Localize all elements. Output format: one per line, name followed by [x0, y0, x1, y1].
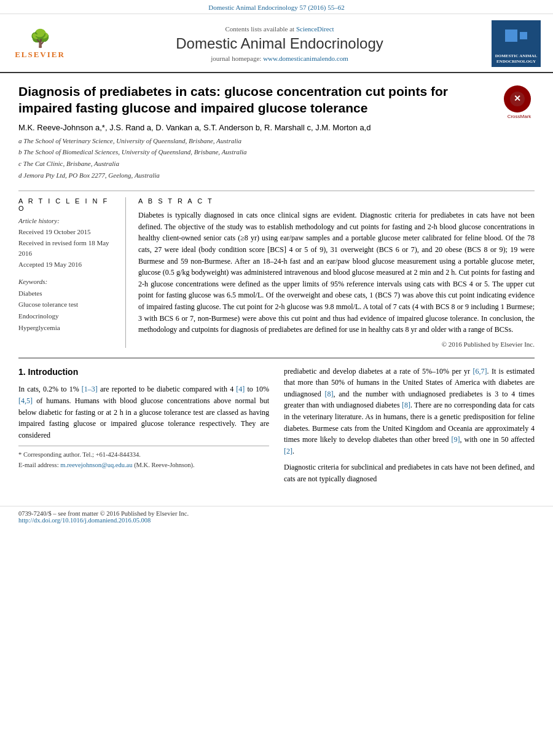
article-body: Diagnosis of prediabetes in cats: glucos… [0, 73, 553, 499]
article-info-header: A R T I C L E I N F O [18, 197, 117, 212]
ref-8b[interactable]: [8] [402, 401, 410, 409]
authors-line: M.K. Reeve-Johnson a,*, J.S. Rand a, D. … [18, 123, 492, 132]
email-label: E-mail address: [18, 462, 59, 468]
intro-paragraph-1: In cats, 0.2% to 1% [1–3] are reported t… [18, 384, 269, 441]
journal-citation: Domestic Animal Endocrinology 57 (2016) … [208, 4, 345, 11]
ref-4[interactable]: [4] [236, 385, 245, 393]
top-bar: Domestic Animal Endocrinology 57 (2016) … [0, 0, 553, 14]
ref-8a[interactable]: [8] [324, 390, 333, 398]
ref-1-3[interactable]: [1–3] [82, 385, 98, 393]
accepted-date: Accepted 19 May 2016 [18, 259, 117, 270]
homepage-label: journal homepage: [211, 55, 261, 62]
section-number: 1. [18, 367, 26, 377]
keywords-section: Keywords: Diabetes Glucose tolerance tes… [18, 278, 117, 334]
issn-text: 0739-7240/$ – see front matter © 2016 Pu… [18, 510, 535, 517]
tree-icon: 🌳 [12, 28, 68, 49]
article-history-label: Article history: [18, 217, 117, 224]
crossmark-label: CrossMark [504, 114, 535, 119]
article-title-section: Diagnosis of prediabetes in cats: glucos… [18, 83, 535, 183]
footnote-corresponding: * Corresponding author. Tel.; +61-424-84… [18, 450, 269, 460]
received-revised-date: Received in revised form 18 May 2016 [18, 238, 117, 259]
bottom-bar: 0739-7240/$ – see front matter © 2016 Pu… [0, 506, 553, 529]
journal-logo-graphic [492, 20, 541, 51]
abstract-col: A B S T R A C T Diabetes is typically di… [138, 197, 535, 348]
logo-square2 [520, 32, 527, 39]
ref-6-7[interactable]: [6,7] [473, 367, 487, 376]
article-title: Diagnosis of prediabetes in cats: glucos… [18, 83, 492, 117]
ref-4-5[interactable]: [4,5] [18, 396, 33, 405]
elsevier-logo: 🌳 ELSEVIER [12, 28, 68, 60]
homepage-url[interactable]: www.domesticanimalendo.com [263, 55, 348, 62]
science-direct-anchor[interactable]: ScienceDirect [296, 25, 334, 33]
doi-anchor[interactable]: http://dx.doi.org/10.1016/j.domaniend.20… [18, 517, 151, 524]
body-left-col: 1. Introduction In cats, 0.2% to 1% [1–3… [18, 366, 269, 490]
authors-text: M.K. Reeve-Johnson a,*, J.S. Rand a, D. … [18, 123, 371, 132]
crossmark-circle: ✕ [504, 85, 531, 112]
affiliation-d: d Jemora Pty Ltd, PO Box 2277, Geelong, … [18, 170, 492, 181]
article-info-col: A R T I C L E I N F O Article history: R… [18, 197, 126, 348]
journal-center-header: Contents lists available at ScienceDirec… [80, 25, 479, 62]
keyword-3: Endocrinology [18, 310, 117, 322]
intro-paragraph-3: Diagnostic criteria for subclinical and … [284, 462, 535, 484]
science-direct-link[interactable]: Contents lists available at ScienceDirec… [80, 25, 479, 33]
contents-text: Contents lists available at [225, 25, 294, 33]
affiliation-b: b The School of Biomedical Sciences, Uni… [18, 147, 492, 158]
journal-homepage: journal homepage: www.domesticanimalendo… [80, 55, 479, 62]
email-link[interactable]: m.reevejohnson@uq.edu.au [60, 462, 132, 468]
copyright-line: © 2016 Published by Elsevier Inc. [138, 341, 535, 348]
doi-link[interactable]: http://dx.doi.org/10.1016/j.domaniend.20… [18, 517, 535, 524]
abstract-header: A B S T R A C T [138, 197, 535, 205]
footnote-section: * Corresponding author. Tel.; +61-424-84… [18, 446, 269, 471]
abstract-text: Diabetes is typically diagnosed in cats … [138, 210, 535, 336]
affiliations: a The School of Veterinary Science, Univ… [18, 136, 492, 181]
keywords-label: Keywords: [18, 278, 117, 285]
section-title: Introduction [28, 367, 79, 377]
footnote-email: E-mail address: m.reevejohnson@uq.edu.au… [18, 460, 269, 471]
affiliation-c: c The Cat Clinic, Brisbane, Australia [18, 159, 492, 170]
journal-logo-box: DOMESTIC ANIMAL ENDOCRINOLOGY [492, 20, 541, 67]
keyword-1: Diabetes [18, 288, 117, 299]
logo-square1 [505, 30, 517, 42]
body-right-col: prediabetic and develop diabetes at a ra… [284, 366, 535, 490]
intro-paragraph-2: prediabetic and develop diabetes at a ra… [284, 366, 535, 457]
section-divider [18, 358, 535, 358]
email-suffix: (M.K. Reeve-Johnson). [134, 462, 195, 468]
body-columns: 1. Introduction In cats, 0.2% to 1% [1–3… [18, 366, 535, 490]
svg-text:✕: ✕ [514, 93, 521, 103]
title-divider [18, 191, 535, 191]
info-abstract-section: A R T I C L E I N F O Article history: R… [18, 197, 535, 348]
article-title-text: Diagnosis of prediabetes in cats: glucos… [18, 83, 492, 183]
elsevier-text: ELSEVIER [12, 50, 68, 60]
received-date: Received 19 October 2015 [18, 227, 117, 238]
affiliation-a: a The School of Veterinary Science, Univ… [18, 136, 492, 147]
introduction-heading: 1. Introduction [18, 366, 269, 379]
keyword-2: Glucose tolerance test [18, 299, 117, 310]
crossmark-badge[interactable]: ✕ CrossMark [504, 85, 535, 119]
keyword-4: Hyperglycemia [18, 322, 117, 334]
ref-9[interactable]: [9] [452, 435, 460, 444]
journal-logo-text: DOMESTIC ANIMAL ENDOCRINOLOGY [492, 51, 541, 67]
crossmark-icon: ✕ [509, 91, 525, 107]
ref-2[interactable]: [2] [284, 447, 292, 455]
journal-header: 🌳 ELSEVIER Contents lists available at S… [0, 14, 553, 73]
journal-title: Domestic Animal Endocrinology [80, 35, 479, 52]
